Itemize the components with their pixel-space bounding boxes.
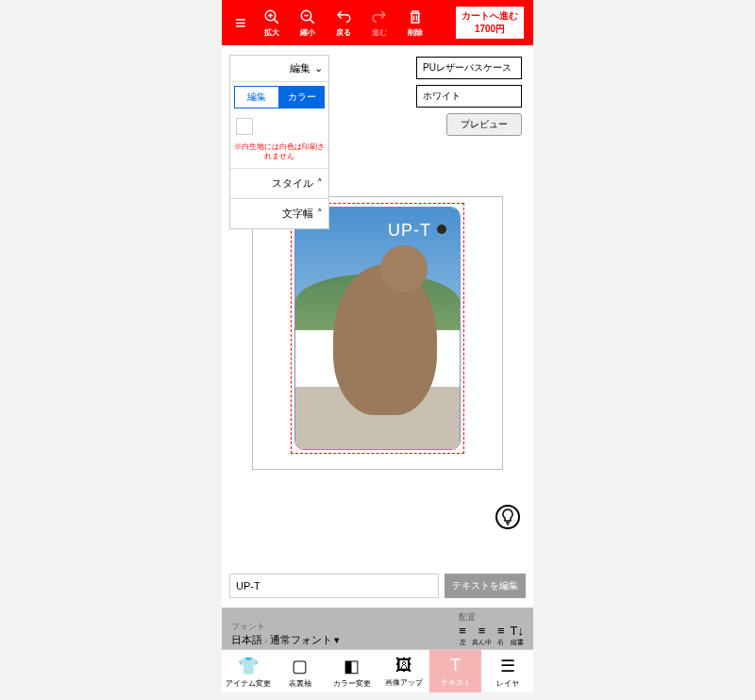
product-preview[interactable]: UP-T bbox=[294, 207, 461, 450]
style-section[interactable]: スタイル ˄ bbox=[230, 169, 328, 199]
undo-button[interactable]: 戻る bbox=[327, 8, 360, 38]
design-canvas[interactable]: UP-T bbox=[252, 196, 503, 470]
svg-line-1 bbox=[274, 19, 278, 24]
zoom-in-icon bbox=[263, 8, 280, 25]
vertical-text-icon: T↓ bbox=[511, 624, 524, 638]
color-swatch-white[interactable] bbox=[236, 118, 253, 135]
redo-button[interactable]: 進む bbox=[363, 8, 395, 38]
product-color: ホワイト bbox=[416, 85, 522, 108]
chevron-up-icon: ˄ bbox=[317, 177, 323, 190]
nav-side[interactable]: ▢ 表裏袖 bbox=[274, 650, 326, 692]
align-center-icon: ≡ bbox=[478, 624, 486, 638]
cart-price: 1700円 bbox=[461, 23, 518, 36]
image-icon: 🖼 bbox=[395, 656, 412, 675]
hint-button[interactable] bbox=[495, 505, 520, 529]
zoom-out-label: 縮小 bbox=[300, 27, 315, 38]
text-icon: T bbox=[450, 656, 461, 675]
font-label: フォント bbox=[231, 621, 451, 633]
edit-header[interactable]: 編集 ⌄ bbox=[230, 56, 328, 82]
edit-header-label: 編集 bbox=[290, 61, 310, 75]
side-icon: ▢ bbox=[292, 656, 308, 676]
redo-label: 進む bbox=[372, 27, 387, 38]
swatch-row bbox=[230, 112, 328, 141]
preview-button[interactable]: プレビュー bbox=[446, 113, 522, 136]
product-name: PUレザーパスケース bbox=[416, 57, 522, 79]
edit-panel: 編集 ⌄ 編集 カラー ※白生地には白色は印刷されません スタイル ˄ 文字幅 … bbox=[229, 55, 329, 229]
white-warning: ※白生地には白色は印刷されません bbox=[230, 141, 328, 168]
tab-row: 編集 カラー bbox=[230, 82, 328, 112]
lightbulb-icon bbox=[501, 508, 514, 525]
align-label: 配置 bbox=[459, 611, 524, 624]
overlay-text[interactable]: UP-T bbox=[388, 221, 431, 241]
font-align-row: フォント 日本語 › 通常フォント ▾ 配置 ≡左 ≡真ん中 ≡右 T↓縦書 bbox=[222, 608, 533, 649]
image-cat bbox=[333, 264, 437, 415]
zoom-out-icon bbox=[299, 8, 316, 25]
align-right-button[interactable]: ≡右 bbox=[497, 624, 505, 647]
nav-image[interactable]: 🖼 画像アップ bbox=[378, 650, 429, 692]
font-selector[interactable]: 日本語 › 通常フォント ▾ bbox=[231, 633, 451, 647]
dropdown-icon: ▾ bbox=[334, 634, 340, 646]
undo-label: 戻る bbox=[336, 27, 351, 38]
tab-edit[interactable]: 編集 bbox=[234, 86, 279, 108]
product-info: PUレザーパスケース ホワイト プレビュー bbox=[416, 57, 522, 136]
nav-color[interactable]: ◧ カラー変更 bbox=[326, 650, 378, 692]
chevron-up-icon: ˄ bbox=[317, 208, 323, 220]
align-group: ≡左 ≡真ん中 ≡右 T↓縦書 bbox=[459, 624, 524, 647]
align-left-button[interactable]: ≡左 bbox=[459, 624, 466, 647]
edit-text-button[interactable]: テキストを編集 bbox=[445, 574, 526, 598]
undo-icon bbox=[335, 8, 352, 25]
menu-icon[interactable]: ≡ bbox=[229, 12, 252, 34]
tshirt-icon: 👕 bbox=[238, 656, 259, 676]
top-toolbar: ≡ 拡大 縮小 戻る 進む 削除 カートへ進む 1700円 bbox=[222, 0, 533, 45]
align-right-icon: ≡ bbox=[497, 624, 505, 638]
vertical-text-button[interactable]: T↓縦書 bbox=[511, 624, 524, 647]
align-left-icon: ≡ bbox=[459, 624, 466, 638]
delete-label: 削除 bbox=[408, 27, 423, 38]
nav-layer[interactable]: ☰ レイヤ bbox=[481, 650, 533, 692]
char-width-section[interactable]: 文字幅 ˄ bbox=[230, 199, 328, 228]
zoom-out-button[interactable]: 縮小 bbox=[292, 8, 324, 38]
font-lang: 日本語 bbox=[231, 633, 262, 647]
cart-button[interactable]: カートへ進む 1700円 bbox=[454, 5, 526, 41]
zoom-in-label: 拡大 bbox=[264, 27, 279, 38]
hole-icon bbox=[437, 225, 446, 234]
text-input[interactable] bbox=[229, 574, 439, 598]
tab-color[interactable]: カラー bbox=[279, 86, 325, 108]
text-input-row: テキストを編集 bbox=[222, 564, 533, 608]
delete-button[interactable]: 削除 bbox=[399, 8, 431, 38]
style-label: スタイル bbox=[272, 176, 313, 191]
chevron-down-icon: ⌄ bbox=[314, 62, 323, 75]
zoom-in-button[interactable]: 拡大 bbox=[256, 8, 288, 38]
cart-label: カートへ進む bbox=[461, 9, 518, 23]
nav-text[interactable]: T テキスト bbox=[429, 650, 481, 692]
align-center-button[interactable]: ≡真ん中 bbox=[472, 624, 492, 647]
layer-icon: ☰ bbox=[500, 656, 515, 676]
font-name: 通常フォント bbox=[270, 633, 332, 647]
nav-item-change[interactable]: 👕 アイテム変更 bbox=[222, 650, 274, 692]
bottom-nav: 👕 アイテム変更 ▢ 表裏袖 ◧ カラー変更 🖼 画像アップ T テキスト ☰ … bbox=[222, 649, 533, 692]
redo-icon bbox=[371, 8, 388, 25]
svg-line-5 bbox=[310, 19, 314, 24]
color-icon: ◧ bbox=[344, 656, 360, 676]
trash-icon bbox=[407, 8, 424, 25]
chevron-right-icon: › bbox=[264, 635, 268, 646]
canvas-area: UP-T bbox=[222, 187, 533, 508]
char-width-label: 文字幅 bbox=[282, 207, 313, 221]
